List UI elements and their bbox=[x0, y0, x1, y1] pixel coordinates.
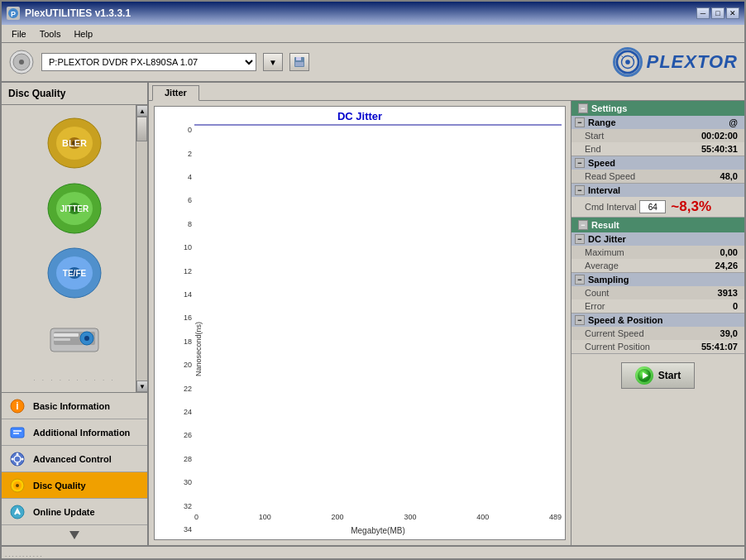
jitter-display: ~8,3% bbox=[671, 199, 711, 215]
sampling-count-value: 3913 bbox=[718, 288, 738, 298]
speed-label: Speed bbox=[588, 158, 615, 168]
menu-help[interactable]: Help bbox=[67, 27, 99, 41]
speed-position-group-header[interactable]: − Speed & Position bbox=[571, 314, 744, 327]
menu-file[interactable]: File bbox=[5, 27, 33, 41]
svg-point-43 bbox=[17, 462, 19, 465]
sampling-group-header[interactable]: − Sampling bbox=[571, 273, 744, 286]
result-collapse-toggle[interactable]: − bbox=[578, 220, 588, 230]
range-end-value: 55:40:31 bbox=[701, 144, 738, 154]
interval-label: Interval bbox=[588, 185, 620, 195]
grid-h-5 bbox=[195, 125, 561, 126]
sidebar-scrollbar[interactable]: ▲ ▼ bbox=[136, 105, 147, 392]
grid-h-2 bbox=[195, 125, 561, 126]
range-start-label: Start bbox=[585, 131, 604, 141]
sidebar-separator: . . . . . . . . . . bbox=[33, 375, 115, 382]
close-button[interactable]: ✕ bbox=[726, 7, 739, 19]
lower-threshold-line bbox=[195, 124, 561, 125]
read-speed-label: Read Speed bbox=[585, 171, 635, 181]
current-position-label: Current Position bbox=[585, 342, 650, 352]
range-group-header[interactable]: − Range @ bbox=[571, 116, 744, 129]
scroll-track[interactable] bbox=[136, 117, 147, 381]
chart-main-col: Nanosecond(ns) bbox=[194, 124, 562, 535]
svg-point-10 bbox=[626, 60, 631, 65]
sidebar-item-advanced-control[interactable]: Advanced Control bbox=[2, 446, 147, 472]
range-toggle[interactable]: − bbox=[575, 117, 585, 127]
sampling-error-row: Error 0 bbox=[571, 299, 744, 313]
sidebar-disc-quality-header: Disc Quality bbox=[2, 83, 147, 105]
cmd-interval-label: Cmd Interval bbox=[585, 202, 636, 212]
statusbar: ........... bbox=[2, 545, 744, 560]
disc-icons-area: BLER JITTER bbox=[2, 105, 147, 392]
titlebar: P PlexUTILITIES v1.3.3.1 ─ □ ✕ bbox=[2, 2, 744, 25]
dc-jitter-avg-label: Average bbox=[585, 261, 619, 270]
range-start-value: 00:02:00 bbox=[701, 131, 738, 141]
app-icon: P bbox=[7, 7, 20, 20]
disc-quality-label: Disc Quality bbox=[33, 481, 86, 491]
menu-tools[interactable]: Tools bbox=[33, 27, 68, 41]
nav-items: i Basic Information Additional Informati… bbox=[2, 392, 147, 525]
restore-button[interactable]: □ bbox=[711, 7, 724, 19]
dc-jitter-max-row: Maximum 0,00 bbox=[571, 246, 744, 259]
result-header: − Result bbox=[571, 218, 744, 232]
sampling-label: Sampling bbox=[588, 275, 629, 285]
current-speed-value: 39,0 bbox=[720, 328, 738, 338]
speed-group-header[interactable]: − Speed bbox=[571, 156, 744, 170]
dc-jitter-label: DC Jitter bbox=[588, 234, 626, 244]
start-button[interactable]: Start bbox=[621, 362, 695, 389]
svg-point-49 bbox=[11, 505, 24, 519]
svg-rect-6 bbox=[296, 57, 301, 60]
speed-position-toggle[interactable]: − bbox=[575, 315, 585, 325]
scroll-thumb[interactable] bbox=[136, 117, 147, 141]
range-end-label: End bbox=[585, 144, 601, 154]
svg-rect-33 bbox=[54, 333, 79, 337]
disc-icon-te-fe[interactable]: TE/FE bbox=[21, 242, 128, 305]
range-at: @ bbox=[729, 117, 738, 127]
drive-dropdown-button[interactable]: ▼ bbox=[263, 53, 283, 71]
grid-h-8 bbox=[195, 125, 561, 126]
drive-icon bbox=[8, 49, 35, 75]
grid-h-4 bbox=[195, 125, 561, 126]
disc-icon-extra[interactable] bbox=[21, 307, 128, 371]
range-label: Range bbox=[588, 117, 616, 127]
settings-collapse-toggle[interactable]: − bbox=[578, 103, 588, 113]
sidebar-expand-arrow[interactable] bbox=[66, 527, 83, 543]
settings-range-group: − Range @ Start 00:02:00 End 55:40:31 bbox=[571, 116, 744, 156]
plextor-brand-text: PLEXTOR bbox=[646, 51, 738, 73]
current-speed-row: Current Speed 39,0 bbox=[571, 327, 744, 340]
sidebar-item-online-update[interactable]: Online Update bbox=[2, 499, 147, 525]
svg-rect-34 bbox=[54, 338, 70, 341]
speed-position-label: Speed & Position bbox=[588, 315, 662, 325]
sampling-count-row: Count 3913 bbox=[571, 286, 744, 299]
tab-jitter[interactable]: Jitter bbox=[152, 85, 199, 101]
scroll-down-arrow[interactable]: ▼ bbox=[136, 381, 147, 392]
read-speed-value: 48,0 bbox=[720, 171, 738, 181]
grid-h-9 bbox=[195, 125, 561, 126]
disc-icon-bler[interactable]: BLER bbox=[21, 112, 128, 175]
sidebar-item-basic-info[interactable]: i Basic Information bbox=[2, 393, 147, 419]
additional-info-icon bbox=[8, 424, 26, 442]
start-button-label: Start bbox=[658, 370, 681, 381]
scroll-up-arrow[interactable]: ▲ bbox=[136, 105, 147, 117]
disc-icon-jitter[interactable]: JITTER bbox=[21, 177, 128, 241]
sidebar-item-additional-info[interactable]: Additional Information bbox=[2, 419, 147, 446]
cmd-interval-input[interactable] bbox=[639, 200, 666, 213]
speed-toggle[interactable]: − bbox=[575, 158, 585, 168]
drive-select[interactable]: P:PLEXTOR DVDR PX-L890SA 1.07 bbox=[41, 53, 256, 71]
window-title: PlexUTILITIES v1.3.3.1 bbox=[25, 7, 131, 19]
dc-jitter-toggle[interactable]: − bbox=[575, 234, 585, 244]
range-end-row: End 55:40:31 bbox=[571, 142, 744, 156]
interval-toggle[interactable]: − bbox=[575, 185, 585, 195]
dc-jitter-max-value: 0,00 bbox=[720, 247, 738, 257]
save-button[interactable] bbox=[289, 53, 309, 71]
minimize-button[interactable]: ─ bbox=[696, 7, 710, 19]
sampling-toggle[interactable]: − bbox=[575, 275, 585, 285]
plextor-logo: PLEXTOR bbox=[613, 47, 738, 77]
dc-jitter-group-header[interactable]: − DC Jitter bbox=[571, 232, 744, 246]
svg-marker-51 bbox=[69, 531, 79, 539]
interval-group-header[interactable]: − Interval bbox=[571, 184, 744, 197]
sidebar-item-disc-quality[interactable]: Disc Quality bbox=[2, 472, 147, 499]
svg-point-32 bbox=[84, 336, 89, 341]
menubar: File Tools Help bbox=[2, 25, 744, 43]
te-fe-disc-image: TE/FE bbox=[41, 244, 108, 302]
grid-h-7 bbox=[195, 125, 561, 126]
